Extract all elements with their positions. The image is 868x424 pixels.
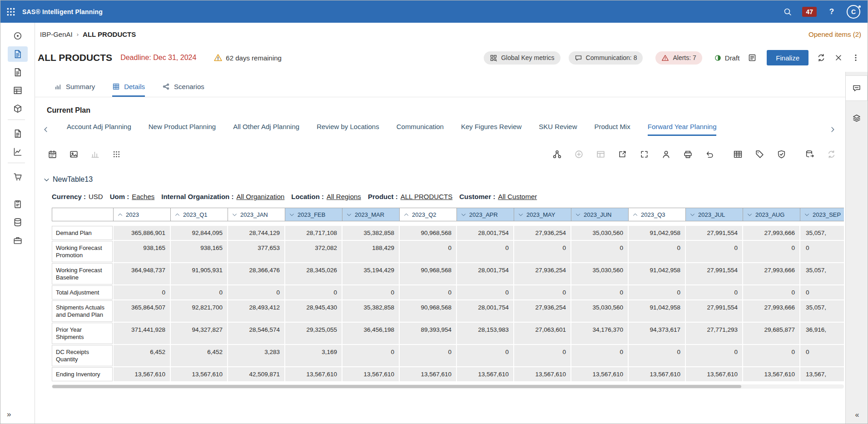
column-header-2023-q3[interactable]: 2023_Q3 xyxy=(629,208,686,221)
column-header-2023-feb[interactable]: 2023_FEB xyxy=(285,208,342,221)
alerts-button[interactable]: Alerts: 7 xyxy=(655,51,702,65)
toolbar-open-window-icon[interactable] xyxy=(618,150,627,159)
toolbar-shield-icon[interactable] xyxy=(777,150,786,159)
toolbar-calendar-icon[interactable] xyxy=(48,150,57,159)
tab-details[interactable]: Details xyxy=(112,83,145,97)
subtab-account-adj-planning[interactable]: Account Adj Planning xyxy=(67,123,131,136)
cell[interactable]: 13,567,610 xyxy=(571,367,628,381)
cell[interactable]: 91,042,958 xyxy=(629,300,685,322)
kebab-menu-icon[interactable] xyxy=(851,53,860,62)
cell[interactable]: 27,063,601 xyxy=(514,323,570,344)
toolbar-printer-icon[interactable] xyxy=(683,150,693,159)
cell[interactable]: 28,366,476 xyxy=(228,263,284,284)
subtab-new-product-planning[interactable]: New Product Planning xyxy=(149,123,216,136)
cell[interactable]: 28,001,754 xyxy=(457,300,513,322)
column-header-2023-jan[interactable]: 2023_JAN xyxy=(228,208,285,221)
cell[interactable]: 27,936,254 xyxy=(514,300,570,322)
cell[interactable]: 13,567,610 xyxy=(743,367,799,381)
cell[interactable]: 13,567,610 xyxy=(114,367,170,381)
cell[interactable]: 13,567, xyxy=(800,367,844,381)
cell[interactable]: 90,968,568 xyxy=(400,226,456,240)
cell[interactable]: 0 xyxy=(686,241,742,262)
sidebar-expand-icon[interactable]: » xyxy=(7,410,10,419)
cell[interactable]: 0 xyxy=(686,285,742,299)
cell[interactable]: 372,082 xyxy=(285,241,342,262)
close-icon[interactable] xyxy=(834,53,843,62)
cell[interactable]: 938,165 xyxy=(114,241,170,262)
cell[interactable]: 188,429 xyxy=(342,241,399,262)
rail-collapse-icon[interactable]: « xyxy=(855,411,858,419)
rail-item-comment[interactable] xyxy=(846,75,868,101)
sidebar-item-document[interactable] xyxy=(8,46,28,62)
cell[interactable]: 34,176,370 xyxy=(571,323,628,344)
cell[interactable]: 35,382,858 xyxy=(342,300,399,322)
apps-grid-icon[interactable] xyxy=(6,4,16,20)
column-header-2023[interactable]: 2023 xyxy=(114,208,171,221)
cell[interactable]: 90,968,568 xyxy=(400,300,456,322)
sidebar-item-spreadsheet[interactable] xyxy=(8,83,28,98)
sidebar-item-clipboard-edit[interactable] xyxy=(8,196,28,212)
sidebar-item-target[interactable] xyxy=(8,28,28,44)
cell[interactable]: 13,567,610 xyxy=(285,367,342,381)
help-button[interactable]: ? xyxy=(827,7,837,16)
cell[interactable]: 35,194,429 xyxy=(342,263,399,284)
cell[interactable]: 94,327,827 xyxy=(171,323,227,344)
horizontal-scrollbar[interactable] xyxy=(52,384,844,389)
cell[interactable]: 0 xyxy=(400,285,456,299)
toolbar-undo-icon[interactable] xyxy=(705,150,714,159)
cell[interactable]: 28,001,754 xyxy=(457,226,513,240)
sidebar-item-box[interactable] xyxy=(8,101,28,116)
cell[interactable]: 0 xyxy=(342,285,399,299)
cell[interactable]: 35,030,560 xyxy=(571,300,628,322)
filter-value-all-products[interactable]: ALL PRODUCTS xyxy=(401,193,452,200)
cell[interactable]: 28,345,026 xyxy=(285,263,342,284)
global-key-metrics-button[interactable]: Global Key metrics xyxy=(484,51,560,65)
cell[interactable]: 0 xyxy=(800,285,844,299)
sidebar-item-cart[interactable] xyxy=(8,169,28,185)
filter-value-all-customer[interactable]: All Customer xyxy=(498,193,537,200)
cell[interactable]: 35,057, xyxy=(800,300,844,322)
cell[interactable]: 13,567,610 xyxy=(171,367,227,381)
cell[interactable]: 13,567,610 xyxy=(629,367,685,381)
cell[interactable]: 13,567,610 xyxy=(514,367,570,381)
cell[interactable]: 35,057, xyxy=(800,226,844,240)
column-header-2023-q2[interactable]: 2023_Q2 xyxy=(400,208,457,221)
subtab-communication[interactable]: Communication xyxy=(397,123,444,136)
sidebar-item-database[interactable] xyxy=(8,214,28,230)
cell[interactable]: 92,821,700 xyxy=(171,300,227,322)
cell[interactable]: 27,993,666 xyxy=(743,300,799,322)
cell[interactable]: 27,936,254 xyxy=(514,263,570,284)
column-header-2023-mar[interactable]: 2023_MAR xyxy=(342,208,400,221)
toolbar-person-icon[interactable] xyxy=(661,150,671,159)
cell[interactable]: 0 xyxy=(629,345,685,366)
column-header-2023-may[interactable]: 2023_MAY xyxy=(514,208,571,221)
cell[interactable]: 0 xyxy=(571,241,628,262)
column-header-2023-q1[interactable]: 2023_Q1 xyxy=(171,208,228,221)
cell[interactable]: 0 xyxy=(457,345,513,366)
cell[interactable]: 0 xyxy=(743,241,799,262)
cell[interactable]: 35,057, xyxy=(800,263,844,284)
cell[interactable]: 89,393,954 xyxy=(400,323,456,344)
subtab-forward-year-planning[interactable]: Forward Year Planning xyxy=(648,123,717,136)
cell[interactable]: 13,567,610 xyxy=(457,367,513,381)
cell[interactable]: 27,991,554 xyxy=(686,263,742,284)
cell[interactable]: 42,509,871 xyxy=(228,367,284,381)
cell[interactable]: 364,948,737 xyxy=(114,263,170,284)
sidebar-item-document[interactable] xyxy=(8,65,28,80)
notification-badge[interactable]: 47 xyxy=(802,7,817,17)
cell[interactable]: 90,968,568 xyxy=(400,263,456,284)
cell[interactable]: 35,030,560 xyxy=(571,263,628,284)
subtabs-scroll-right-icon[interactable] xyxy=(829,126,836,133)
cell[interactable]: 365,886,901 xyxy=(114,226,170,240)
sidebar-item-briefcase[interactable] xyxy=(8,233,28,248)
cell[interactable]: 3,283 xyxy=(228,345,284,366)
toolbar-hierarchy-icon[interactable] xyxy=(552,150,562,159)
cell[interactable]: 27,936,254 xyxy=(514,226,570,240)
filter-value-all-organization[interactable]: All Organization xyxy=(236,193,284,200)
cell[interactable]: 27,771,293 xyxy=(686,323,742,344)
cell[interactable]: 0 xyxy=(514,241,570,262)
cell[interactable]: 6,452 xyxy=(114,345,170,366)
cell[interactable]: 92,844,095 xyxy=(171,226,227,240)
filter-value-all-regions[interactable]: All Regions xyxy=(327,193,361,200)
cell[interactable]: 0 xyxy=(342,345,399,366)
